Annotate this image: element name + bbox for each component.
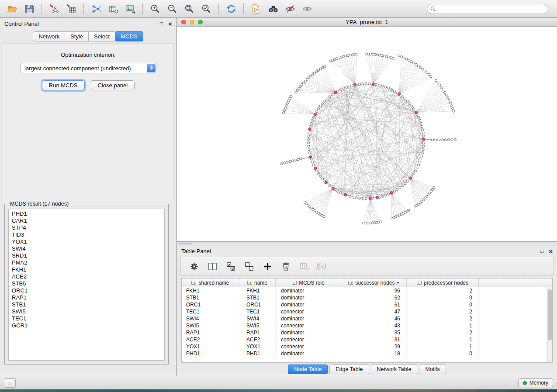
table-row[interactable]: SWI5SWI5connector431 xyxy=(182,322,552,329)
table-row[interactable]: PHD1PHD1dominator180 xyxy=(182,350,552,357)
export-image-button[interactable] xyxy=(122,2,138,16)
zoom-fit-icon xyxy=(184,3,195,14)
column-icon xyxy=(247,280,252,285)
column-header-shared-name[interactable]: shared name xyxy=(182,279,239,287)
zoom-selected-button[interactable] xyxy=(198,2,214,16)
show-panels-button[interactable]: ≡ xyxy=(4,378,16,388)
sort-arrow-icon[interactable]: ▾ xyxy=(397,280,399,285)
cell-filler xyxy=(479,329,552,336)
share-document-button[interactable] xyxy=(248,2,264,16)
mcds-result-item[interactable]: STB5 xyxy=(12,280,164,287)
minimize-window-button[interactable] xyxy=(190,20,194,24)
mcds-result-item[interactable]: TID3 xyxy=(12,231,164,238)
optimization-criterion-select[interactable]: largest connected component (undirected) xyxy=(20,63,156,73)
tab-style[interactable]: Style xyxy=(65,31,89,41)
table-row[interactable]: FKH1FKH1dominator962 xyxy=(182,287,552,294)
tab-network[interactable]: Network xyxy=(33,31,65,41)
column-header-filler xyxy=(479,279,552,287)
table-row[interactable]: STB1STB1dominator620 xyxy=(182,294,552,301)
close-panel-button[interactable]: Close panel xyxy=(91,80,135,90)
table-row[interactable]: ORC1ORC1dominator610 xyxy=(182,301,552,308)
close-window-button[interactable] xyxy=(181,20,186,24)
zoom-in-button[interactable] xyxy=(147,2,163,16)
maximize-window-button[interactable] xyxy=(198,20,203,24)
table-row[interactable]: ACE2ACE2connector311 xyxy=(182,336,552,343)
mcds-result-item[interactable]: YOX1 xyxy=(12,238,164,245)
save-button[interactable] xyxy=(21,2,37,16)
cell-predecessor-nodes: 1 xyxy=(407,322,479,329)
table-panel-close-button[interactable]: × xyxy=(549,248,553,254)
table-row[interactable]: SWI4SWI4dominator462 xyxy=(182,315,552,322)
column-header-successor-nodes[interactable]: successor nodes▾ xyxy=(341,279,407,287)
mcds-result-item[interactable]: SWI5 xyxy=(12,308,164,315)
column-header-label: successor nodes xyxy=(355,280,394,286)
control-panel-close-button[interactable]: × xyxy=(168,21,172,27)
mcds-result-list[interactable]: PHD1CAR1STP4TID3YOX1SWI4SRD1PMA2FKH1ACE2… xyxy=(8,209,165,361)
tab-edge-table[interactable]: Edge Table xyxy=(329,364,369,374)
tab-motifs[interactable]: Motifs xyxy=(419,364,446,374)
table-settings-button[interactable] xyxy=(187,259,201,273)
mcds-result-item[interactable]: CAR1 xyxy=(12,217,164,224)
zoom-out-button[interactable] xyxy=(164,2,180,16)
open-folder-button[interactable] xyxy=(4,2,20,16)
column-layout-button[interactable] xyxy=(205,259,219,273)
import-network-button[interactable] xyxy=(46,2,62,16)
table-row[interactable]: YOX1YOX1connector291 xyxy=(182,343,552,350)
table-row[interactable]: TEC1TEC1connector472 xyxy=(182,308,552,315)
hide-details-button[interactable] xyxy=(282,2,298,16)
cell-successor-nodes: 18 xyxy=(341,350,407,357)
mcds-result-item[interactable]: RAP1 xyxy=(12,294,164,301)
mcds-result-item[interactable]: TEC1 xyxy=(12,315,164,322)
mcds-result-item[interactable]: FKH1 xyxy=(12,266,164,273)
splitter-grip-icon[interactable] xyxy=(179,243,192,244)
memory-button[interactable]: Memory xyxy=(518,378,553,387)
table-scrollbar-thumb[interactable] xyxy=(548,289,552,340)
delete-table-button[interactable] xyxy=(297,259,311,273)
table-panel-header: Table Panel □ × xyxy=(177,245,557,257)
deselect-all-button[interactable] xyxy=(242,259,256,273)
run-mcds-button[interactable]: Run MCDS xyxy=(42,80,85,90)
network-graph-canvas[interactable] xyxy=(177,27,557,241)
mcds-result-item[interactable]: ACE2 xyxy=(12,273,164,280)
mcds-result-item[interactable]: STB1 xyxy=(12,301,164,308)
cell-shared-name: SWI5 xyxy=(182,322,239,329)
mcds-result-item[interactable]: SWI4 xyxy=(12,245,164,252)
column-header-MCDS-role[interactable]: MCDS role xyxy=(276,279,341,287)
tab-mcds[interactable]: MCDS xyxy=(115,31,143,41)
show-details-button[interactable] xyxy=(299,2,315,16)
add-row-button[interactable] xyxy=(260,259,274,273)
search-input[interactable] xyxy=(427,4,548,14)
table-panel-float-button[interactable]: □ xyxy=(540,248,543,254)
mcds-result-item[interactable]: PMA2 xyxy=(12,259,164,266)
function-builder-button[interactable]: f(x) xyxy=(316,262,326,270)
mcds-tab-content: Optimization criterion: largest connecte… xyxy=(3,43,174,201)
mcds-result-item[interactable]: GCR1 xyxy=(12,322,164,329)
network-window-titlebar[interactable]: YPA_prune.txt_1 xyxy=(177,18,557,27)
tab-network-table[interactable]: Network Table xyxy=(371,364,418,374)
table-scrollbar[interactable] xyxy=(547,287,552,362)
status-bar: ≡ Memory xyxy=(0,376,557,389)
table-row[interactable]: RAP1RAP1dominator352 xyxy=(182,329,552,336)
column-header-name[interactable]: name xyxy=(239,279,276,287)
tab-select[interactable]: Select xyxy=(88,31,115,41)
mcds-result-item[interactable]: STP4 xyxy=(12,224,164,231)
tab-node-table[interactable]: Node Table xyxy=(288,364,328,374)
mcds-result-item[interactable]: SRD1 xyxy=(12,252,164,259)
import-table-button[interactable] xyxy=(63,2,79,16)
export-table-button[interactable] xyxy=(105,2,121,16)
delete-row-button[interactable] xyxy=(279,259,293,273)
columns-icon xyxy=(207,261,218,272)
refresh-button[interactable] xyxy=(223,2,239,16)
export-network-button[interactable] xyxy=(88,2,104,16)
mcds-result-item[interactable]: PHD1 xyxy=(12,210,164,217)
control-panel-float-button[interactable]: □ xyxy=(160,21,163,26)
column-header-predecessor-nodes[interactable]: predecessor nodes xyxy=(407,279,479,287)
search-network-button[interactable] xyxy=(265,2,281,16)
network-canvas-container[interactable] xyxy=(177,27,557,241)
horizontal-splitter[interactable] xyxy=(177,242,557,245)
select-all-button[interactable] xyxy=(224,259,238,273)
cell-shared-name: FKH1 xyxy=(182,287,239,294)
zoom-fit-button[interactable] xyxy=(181,2,197,16)
cell-successor-nodes: 31 xyxy=(341,336,407,343)
mcds-result-item[interactable]: ORC1 xyxy=(12,287,164,294)
